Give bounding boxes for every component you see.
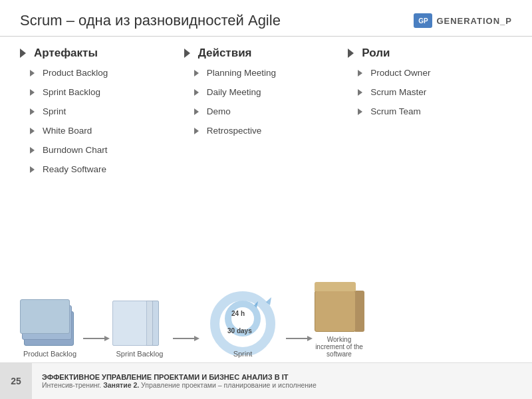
item-arrow-icon <box>30 70 35 76</box>
item-arrow-icon <box>30 147 35 154</box>
list-item: Sprint Backlog <box>20 87 184 97</box>
column-actions-title: Действия <box>184 47 348 60</box>
diagram: Product Backlog Sprint Backlog <box>20 282 512 358</box>
diagram-product-backlog: Product Backlog <box>20 296 80 358</box>
footer-line1: ЭФФЕКТИВНОЕ УПРАВЛЕНИЕ ПРОЕКТАМИ И БИЗНЕ… <box>42 373 317 381</box>
svg-marker-3 <box>194 336 200 341</box>
footer-line2: Интенсив-тренинг. Занятие 2. Управление … <box>42 381 317 389</box>
item-arrow-icon <box>30 166 35 173</box>
diagram-arrow-2 <box>173 334 200 358</box>
diagram-sprint-backlog: Sprint Backlog <box>110 296 170 358</box>
list-item: Product Backlog <box>20 68 184 78</box>
item-arrow-icon <box>194 89 199 96</box>
svg-text:24 h: 24 h <box>231 310 245 317</box>
svg-marker-1 <box>104 336 110 341</box>
diagram-arrow-3 <box>286 334 313 358</box>
list-item: Burndown Chart <box>20 145 184 155</box>
svg-text:30 days: 30 days <box>227 327 252 334</box>
roles-arrow-icon <box>348 49 354 58</box>
artefacts-arrow-icon <box>20 49 26 58</box>
main-content: Артефакты Product Backlog Sprint Backlog… <box>0 37 532 190</box>
column-roles-title: Роли <box>348 47 512 60</box>
item-arrow-icon <box>358 70 362 76</box>
actions-arrow-icon <box>184 49 190 58</box>
item-arrow-icon <box>30 108 35 115</box>
svg-marker-11 <box>307 336 313 341</box>
list-item: White Board <box>20 126 184 136</box>
list-item: Scrum Master <box>348 87 512 97</box>
footer-bold: Занятие 2. <box>103 381 139 389</box>
column-roles: Роли Product Owner Scrum Master Scrum Te… <box>348 47 512 184</box>
list-item: Retrospective <box>184 126 348 136</box>
diagram-label-sprint: Sprint <box>233 350 253 358</box>
column-artefacts: Артефакты Product Backlog Sprint Backlog… <box>20 47 184 184</box>
item-arrow-icon <box>358 89 362 96</box>
list-item: Ready Software <box>20 164 184 174</box>
footer-suffix: Управление проектами – планирование и ис… <box>139 381 317 389</box>
diagram-label-working-increment: Working increment of the software <box>313 336 366 358</box>
list-item: Planning Meeting <box>184 68 348 78</box>
header: Scrum – одна из разновидностей Agile GP … <box>0 0 532 37</box>
list-item: Scrum Team <box>348 106 512 116</box>
logo: GP GENERATION_P <box>414 13 512 28</box>
diagram-arrow-1 <box>83 334 110 358</box>
diagram-sprint: 24 h 30 days Sprint <box>200 285 286 358</box>
page-title: Scrum – одна из разновидностей Agile <box>20 12 281 29</box>
footer-text: ЭФФЕКТИВНОЕ УПРАВЛЕНИЕ ПРОЕКТАМИ И БИЗНЕ… <box>32 369 327 393</box>
column-actions: Действия Planning Meeting Daily Meeting … <box>184 47 348 184</box>
column-artefacts-title: Артефакты <box>20 47 184 60</box>
list-item: Product Owner <box>348 68 512 78</box>
list-item: Daily Meeting <box>184 87 348 97</box>
item-arrow-icon <box>30 128 35 134</box>
item-arrow-icon <box>30 89 35 96</box>
footer: 25 ЭФФЕКТИВНОЕ УПРАВЛЕНИЕ ПРОЕКТАМИ И БИ… <box>0 362 532 399</box>
diagram-working-increment: Working increment of the software <box>313 282 366 358</box>
logo-text: GENERATION_P <box>436 16 512 26</box>
logo-icon: GP <box>414 13 432 28</box>
diagram-label-product-backlog: Product Backlog <box>23 350 76 358</box>
item-arrow-icon <box>194 128 199 134</box>
cycle-diagram: 24 h 30 days <box>200 285 286 355</box>
list-item: Demo <box>184 106 348 116</box>
footer-prefix: Интенсив-тренинг. <box>42 381 103 389</box>
diagram-label-sprint-backlog: Sprint Backlog <box>116 350 164 358</box>
item-arrow-icon <box>194 70 199 76</box>
list-item: Sprint <box>20 106 184 116</box>
item-arrow-icon <box>194 108 199 115</box>
item-arrow-icon <box>358 108 362 115</box>
page-number: 25 <box>0 363 32 400</box>
